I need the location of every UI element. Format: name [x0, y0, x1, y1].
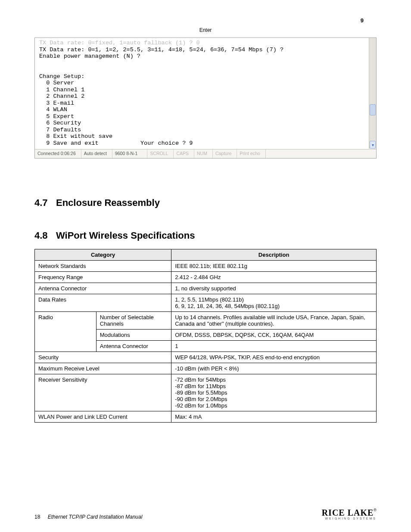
table-row: Data Rates1, 2, 5.5, 11Mbps (802.11b)6, …: [35, 294, 377, 312]
table-cell: 1, 2, 5.5, 11Mbps (802.11b)6, 9, 12, 18,…: [171, 294, 377, 312]
scrollbar-thumb[interactable]: [370, 104, 376, 115]
section-number: 4.7: [34, 197, 56, 208]
terminal-menu-item: 3 E-mail: [39, 100, 74, 106]
table-row: Frequency Range2.412 - 2.484 GHz: [35, 272, 377, 283]
table-cell: Security: [35, 352, 171, 363]
table-cell: Antenna Connector: [96, 341, 171, 352]
table-row: SecurityWEP 64/128, WPA-PSK, TKIP, AES e…: [35, 352, 377, 363]
registered-icon: ®: [374, 508, 377, 512]
terminal-menu-item: 8 Exit without save: [39, 133, 112, 140]
table-cell: OFDM, DSSS, DBPSK, DQPSK, CCK, 16QAM, 64…: [171, 330, 377, 341]
terminal-status-bar: Connected 0:06:26 Auto detect 9600 8-N-1…: [35, 149, 376, 158]
page-footer: 18 Ethernet TCP/IP Card Installation Man…: [34, 508, 377, 520]
brand-sub: WEIGHING SYSTEMS: [322, 517, 377, 520]
table-cell: Up to 14 channels. Profiles available wi…: [171, 312, 377, 330]
table-row: Maximum Receive Level-10 dBm (with PER <…: [35, 363, 377, 374]
terminal-menu-item: 9 Save and exit Your choice ? 9: [39, 140, 193, 146]
table-cell: WEP 64/128, WPA-PSK, TKIP, AES end-to-en…: [171, 352, 377, 363]
section-4-8-heading: 4.8WiPort Wireless Specifications: [34, 230, 377, 241]
table-row: Antenna Connector1, no diversity support…: [35, 283, 377, 294]
table-cell: Max: 4 mA: [171, 411, 377, 423]
center-key-label: Enter: [34, 27, 377, 33]
table-cell: -10 dBm (with PER < 8%): [171, 363, 377, 374]
terminal-text: TX Data rate: 0=fixed, 1=auto fallback (…: [35, 38, 369, 149]
brand-main: RICE LAKE: [322, 508, 374, 517]
section-number: 4.8: [34, 230, 56, 241]
terminal-menu-item: 7 Defaults: [39, 127, 81, 133]
status-connected: Connected 0:06:26: [35, 149, 81, 158]
terminal-menu-head: Change Setup:: [39, 73, 84, 80]
step-number: 9: [34, 17, 377, 24]
table-cell: 2.412 - 2.484 GHz: [171, 272, 377, 283]
table-row: WLAN Power and Link LED CurrentMax: 4 mA: [35, 411, 377, 423]
footer-title: Ethernet TCP/IP Card Installation Manual: [48, 514, 143, 520]
terminal-menu-item: 5 Expert: [39, 113, 74, 120]
status-scroll: SCROLL: [147, 149, 174, 158]
status-printecho: Print echo: [237, 149, 265, 158]
scrollbar-down-icon[interactable]: ▾: [370, 141, 376, 149]
terminal-menu-item: 2 Channel 2: [39, 93, 84, 100]
terminal-menu-item: 1 Channel 1: [39, 87, 84, 93]
terminal-scrollbar[interactable]: ▾: [369, 38, 376, 149]
terminal-menu-item: 4 WLAN: [39, 106, 67, 113]
table-cell: Modulations: [96, 330, 171, 341]
table-cell: Antenna Connector: [35, 283, 171, 294]
table-cell: Data Rates: [35, 294, 171, 312]
table-cell: Receiver Sensitivity: [35, 374, 171, 411]
brand-logo: RICE LAKE® WEIGHING SYSTEMS: [322, 508, 377, 520]
status-baud: 9600 8-N-1: [112, 149, 148, 158]
page-number: 18: [34, 514, 40, 520]
terminal-menu-item: 0 Server: [39, 80, 74, 86]
spec-table: Category Description Network StandardsIE…: [34, 249, 377, 423]
terminal-line: TX Data rate: 0=1, 1=2, 2=5.5, 3=11, 4=1…: [39, 47, 283, 53]
status-capture: Capture: [213, 149, 237, 158]
table-row: Receiver Sensitivity-72 dBm for 54Mbps-8…: [35, 374, 377, 411]
status-detect: Auto detect: [81, 149, 112, 158]
terminal-menu-item: 6 Security: [39, 120, 81, 126]
table-row: RadioNumber of Selectable ChannelsUp to …: [35, 312, 377, 330]
table-cell: Maximum Receive Level: [35, 363, 171, 374]
table-cell: IEEE 802.11b; IEEE 802.11g: [171, 261, 377, 272]
table-cell: Number of Selectable Channels: [96, 312, 171, 330]
table-cell: 1, no diversity supported: [171, 283, 377, 294]
table-cell: 1: [171, 341, 377, 352]
table-header-category: Category: [35, 249, 171, 261]
table-cell: Frequency Range: [35, 272, 171, 283]
section-title: Enclosure Reassembly: [56, 197, 160, 208]
table-cell: Network Standards: [35, 261, 171, 272]
terminal-line: Enable power management (N) ?: [39, 53, 140, 59]
status-num: NUM: [194, 149, 213, 158]
section-4-7-heading: 4.7Enclosure Reassembly: [34, 197, 377, 208]
table-header-description: Description: [171, 249, 377, 261]
section-title: WiPort Wireless Specifications: [56, 230, 195, 241]
table-cell: -72 dBm for 54Mbps-87 dBm for 11Mbps-89 …: [171, 374, 377, 411]
terminal-line-faint: TX Data rate: 0=fixed, 1=auto fallback (…: [39, 40, 200, 46]
table-cell: Radio: [35, 312, 97, 352]
status-caps: CAPS: [174, 149, 194, 158]
table-cell: WLAN Power and Link LED Current: [35, 411, 171, 423]
table-row: Network StandardsIEEE 802.11b; IEEE 802.…: [35, 261, 377, 272]
terminal-window: TX Data rate: 0=fixed, 1=auto fallback (…: [34, 37, 377, 159]
